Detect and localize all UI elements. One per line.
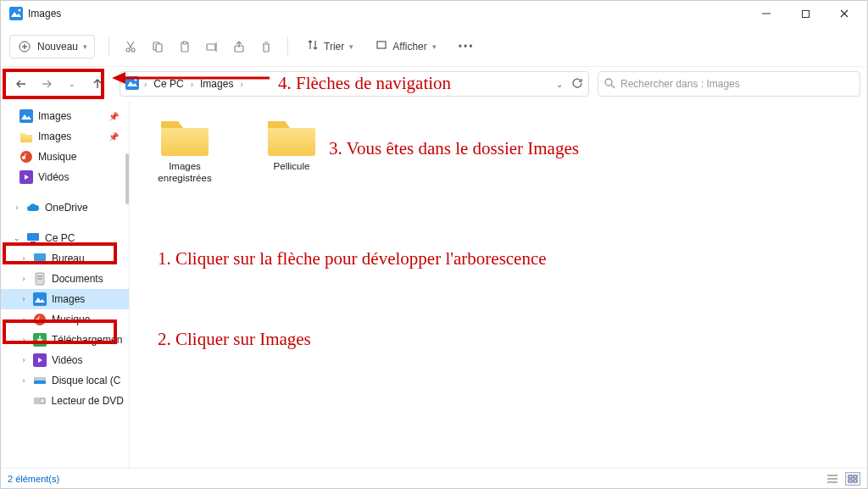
sidebar: Images 📌 Images 📌 Musique Vidéos › OneDr…	[1, 101, 130, 468]
folder-item[interactable]: Images enregistrées	[147, 113, 223, 185]
pictures-icon	[19, 109, 33, 123]
view-button[interactable]: Afficher ▾	[370, 36, 441, 57]
folder-label: Pellicule	[274, 160, 310, 172]
sidebar-item-disk-c[interactable]: › Disque local (C	[1, 370, 129, 391]
search-input[interactable]	[620, 78, 854, 90]
expand-icon[interactable]: ›	[13, 203, 21, 212]
svg-rect-4	[802, 10, 809, 17]
annotation-text-1: 1. Cliquer sur la flèche pour développer…	[158, 248, 547, 270]
new-button[interactable]: Nouveau ▾	[9, 35, 95, 58]
sidebar-item-images-folder[interactable]: Images 📌	[1, 126, 129, 147]
svg-rect-15	[156, 44, 162, 52]
expand-icon[interactable]: ›	[19, 376, 28, 385]
pin-icon: 📌	[108, 132, 119, 142]
annotation-text-3: 3. Vous êtes dans le dossier Images	[329, 138, 579, 159]
sidebar-item-label: Documents	[52, 273, 103, 285]
details-view-button[interactable]	[825, 472, 840, 486]
chevron-down-icon[interactable]: ⌄	[556, 80, 563, 89]
folder-icon	[158, 113, 212, 157]
pin-icon: 📌	[108, 112, 119, 121]
svg-rect-32	[27, 233, 39, 241]
rename-icon[interactable]	[204, 39, 220, 54]
sidebar-item-label: Vidéos	[38, 171, 69, 183]
svg-rect-18	[207, 44, 215, 50]
sidebar-item-documents[interactable]: › Documents	[1, 269, 129, 289]
svg-point-48	[40, 398, 45, 403]
status-text: 2 élément(s)	[8, 474, 59, 484]
documents-icon	[33, 272, 47, 286]
cut-icon[interactable]	[123, 39, 138, 54]
svg-rect-27	[19, 109, 33, 123]
svg-point-2	[19, 9, 21, 12]
annotation-box-nav	[3, 69, 104, 99]
collapse-icon[interactable]: ⌄	[13, 234, 21, 242]
sidebar-item-onedrive[interactable]: › OneDrive	[1, 197, 129, 218]
annotation-box-thispc	[3, 242, 117, 264]
new-button-label: Nouveau	[37, 41, 78, 53]
search-box[interactable]	[598, 71, 860, 97]
svg-rect-21	[377, 42, 386, 48]
share-icon[interactable]	[231, 39, 247, 54]
onedrive-icon	[26, 201, 40, 214]
close-button[interactable]	[825, 1, 864, 26]
command-bar: Nouveau ▾ Trier ▾ Afficher ▾ •••	[1, 26, 867, 67]
svg-rect-39	[33, 292, 47, 306]
sidebar-item-images-pinned[interactable]: Images 📌	[1, 106, 129, 126]
videos-icon	[33, 353, 47, 367]
expand-icon[interactable]: ›	[19, 295, 28, 303]
svg-rect-46	[34, 381, 46, 384]
sidebar-item-label: Musique	[38, 151, 76, 163]
svg-rect-17	[183, 42, 186, 44]
folder-icon	[264, 113, 319, 157]
sidebar-item-label: Lecteur de DVD	[52, 395, 124, 407]
chevron-down-icon: ▾	[83, 42, 87, 51]
sidebar-item-label: Images	[38, 131, 71, 142]
plus-icon	[17, 39, 32, 54]
sort-button[interactable]: Trier ▾	[302, 36, 359, 57]
sidebar-item-label: Vidéos	[52, 354, 82, 366]
dvd-icon	[33, 394, 47, 408]
videos-icon	[19, 170, 33, 184]
folder-item[interactable]: Pellicule	[253, 113, 330, 185]
annotation-text-4: 4. Flèches de navigation	[278, 73, 451, 94]
annotation-box-images	[3, 320, 117, 344]
sidebar-item-music[interactable]: Musique	[1, 147, 129, 167]
expand-icon[interactable]: ›	[19, 356, 28, 364]
app-icon	[9, 7, 23, 20]
svg-point-29	[20, 151, 32, 163]
sort-label: Trier	[324, 41, 344, 53]
window-title: Images	[28, 8, 61, 19]
expand-icon[interactable]: ›	[19, 275, 28, 283]
folder-icon	[19, 130, 33, 143]
sidebar-item-label: OneDrive	[45, 202, 88, 214]
svg-rect-52	[849, 475, 852, 478]
minimize-button[interactable]	[747, 1, 786, 26]
annotation-text-2: 2. Cliquer sur Images	[158, 329, 311, 350]
titlebar: Images	[1, 1, 867, 26]
svg-point-25	[605, 79, 612, 86]
paste-icon[interactable]	[177, 39, 192, 54]
chevron-down-icon: ▾	[349, 42, 353, 51]
more-button[interactable]: •••	[453, 37, 480, 56]
svg-rect-54	[849, 480, 852, 482]
sidebar-item-label: Disque local (C	[52, 375, 120, 386]
copy-icon[interactable]	[150, 39, 165, 54]
icons-view-button[interactable]	[845, 472, 860, 486]
sidebar-item-dvd[interactable]: Lecteur de DVD	[1, 391, 129, 411]
svg-marker-57	[112, 72, 125, 84]
sidebar-item-videos[interactable]: Vidéos	[1, 167, 129, 187]
chevron-down-icon: ▾	[432, 42, 437, 51]
view-label: Afficher	[392, 41, 426, 53]
disk-icon	[33, 374, 47, 387]
annotation-arrow	[110, 68, 271, 88]
svg-rect-55	[854, 480, 857, 482]
delete-icon[interactable]	[259, 39, 274, 54]
music-icon	[19, 150, 33, 164]
refresh-icon[interactable]	[571, 77, 583, 92]
svg-line-26	[611, 85, 615, 88]
pictures-icon	[33, 292, 47, 306]
sort-icon	[307, 39, 319, 53]
maximize-button[interactable]	[786, 1, 825, 26]
sidebar-item-videos-pc[interactable]: › Vidéos	[1, 350, 129, 370]
sidebar-item-images[interactable]: › Images	[1, 289, 129, 309]
